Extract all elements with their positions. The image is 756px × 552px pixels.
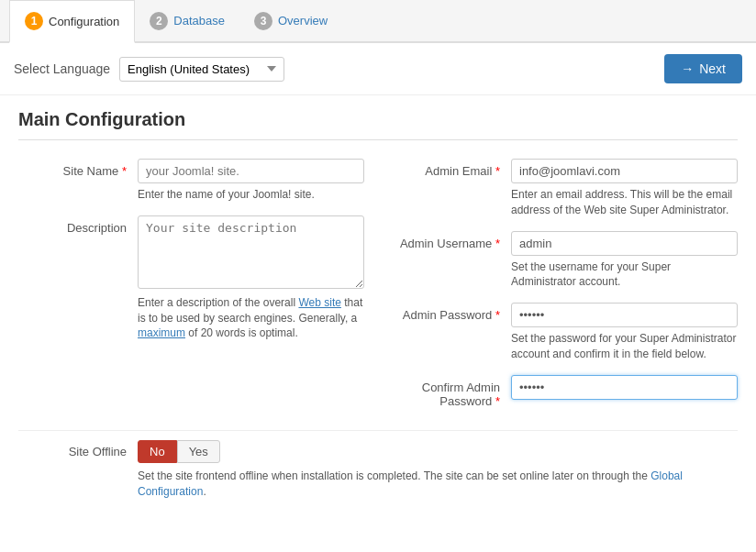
global-config-link[interactable]: Global Configuration (138, 469, 683, 498)
tab-number-1: 1 (25, 12, 43, 30)
language-left: Select Language English (United States)F… (14, 57, 284, 82)
tabs-bar: 1 Configuration 2 Database 3 Overview (0, 0, 756, 43)
form-right: Admin Email * Enter an email address. Th… (392, 159, 738, 421)
admin-password-input[interactable] (511, 303, 738, 327)
admin-username-input[interactable] (511, 231, 738, 256)
admin-password-help: Set the password for your Super Administ… (511, 331, 738, 362)
confirm-password-field (511, 375, 738, 400)
admin-email-field: Enter an email address. This will be the… (511, 159, 738, 218)
admin-username-label: Admin Username * (392, 231, 511, 250)
description-label: Description (18, 215, 138, 235)
admin-username-required: * (495, 237, 500, 250)
site-name-field: Enter the name of your Joomla! site. (138, 159, 364, 203)
next-label: Next (699, 61, 726, 76)
site-offline-help: Set the site frontend offline when insta… (138, 469, 738, 500)
confirm-password-label: Confirm Admin Password * (392, 375, 511, 408)
form-left: Site Name * Enter the name of your Jooml… (18, 159, 364, 421)
site-offline-label: Site Offline (18, 440, 138, 458)
description-field: Enter a description of the overall Web s… (138, 215, 364, 341)
confirm-password-required: * (495, 394, 500, 408)
admin-email-required: * (495, 164, 500, 178)
admin-username-field: Set the username for your Super Administ… (511, 231, 738, 291)
site-name-required: * (122, 164, 127, 178)
tab-database[interactable]: 2 Database (135, 1, 239, 43)
site-name-input[interactable] (138, 159, 364, 183)
language-select[interactable]: English (United States)French (France)Ge… (119, 57, 284, 82)
admin-email-label: Admin Email * (392, 159, 511, 178)
tab-link-database[interactable]: Database (173, 14, 225, 28)
admin-email-help: Enter an email address. This will be the… (511, 187, 738, 218)
site-name-help: Enter the name of your Joomla! site. (138, 187, 364, 203)
main-content: Main Configuration Site Name * Enter the… (0, 95, 756, 517)
description-web-link[interactable]: Web site (298, 296, 340, 309)
offline-no-button[interactable]: No (138, 440, 177, 463)
admin-password-row: Admin Password * Set the password for yo… (392, 303, 738, 362)
confirm-password-row: Confirm Admin Password * (392, 375, 738, 408)
next-button[interactable]: → Next (664, 54, 742, 83)
admin-username-row: Admin Username * Set the username for yo… (392, 231, 738, 291)
admin-username-help: Set the username for your Super Administ… (511, 259, 738, 291)
offline-btn-group: No Yes (138, 440, 738, 463)
admin-email-input[interactable] (511, 159, 738, 183)
offline-yes-button[interactable]: Yes (177, 440, 220, 463)
tab-number-2: 2 (150, 12, 168, 30)
description-row: Description Enter a description of the o… (18, 215, 364, 341)
description-help: Enter a description of the overall Web s… (138, 295, 364, 341)
confirm-password-input[interactable] (511, 375, 738, 400)
site-name-row: Site Name * Enter the name of your Jooml… (18, 159, 364, 203)
tab-number-3: 3 (254, 12, 272, 30)
tab-label-configuration: Configuration (49, 15, 119, 28)
site-name-label: Site Name * (18, 159, 138, 178)
form-grid: Site Name * Enter the name of your Jooml… (18, 159, 738, 421)
tab-link-overview[interactable]: Overview (278, 14, 328, 28)
tab-configuration[interactable]: 1 Configuration (9, 0, 135, 43)
admin-password-label: Admin Password * (392, 303, 511, 322)
description-max-link[interactable]: maximum (138, 326, 185, 339)
site-offline-controls: No Yes Set the site frontend offline whe… (138, 440, 738, 500)
admin-password-required: * (495, 308, 500, 322)
admin-email-row: Admin Email * Enter an email address. Th… (392, 159, 738, 218)
admin-password-field: Set the password for your Super Administ… (511, 303, 738, 362)
language-label: Select Language (14, 61, 110, 76)
tab-overview[interactable]: 3 Overview (239, 1, 342, 43)
site-offline-row: Site Offline No Yes Set the site fronten… (18, 430, 738, 500)
section-title: Main Configuration (18, 109, 738, 140)
next-arrow: → (681, 61, 694, 76)
description-textarea[interactable] (138, 215, 364, 289)
language-bar: Select Language English (United States)F… (0, 43, 756, 95)
